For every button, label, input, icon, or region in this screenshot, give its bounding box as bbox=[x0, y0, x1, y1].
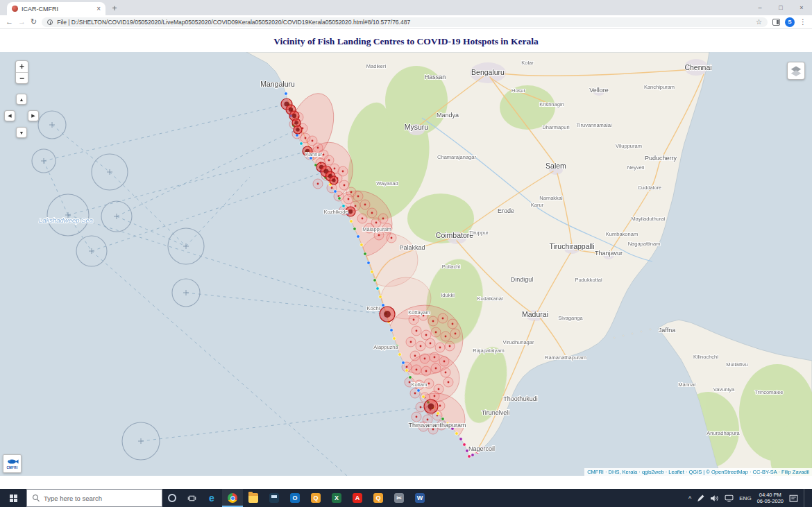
landing-centre-marker[interactable] bbox=[417, 389, 421, 393]
pan-right-button[interactable]: ▶ bbox=[28, 110, 39, 121]
landing-centre-marker[interactable] bbox=[455, 432, 459, 436]
landing-centre-marker[interactable] bbox=[357, 235, 360, 239]
layers-control[interactable] bbox=[787, 62, 805, 80]
maximize-icon[interactable]: □ bbox=[770, 0, 791, 15]
taskbar-app-excel[interactable]: X bbox=[326, 489, 347, 507]
hotspot-buffer-dot bbox=[364, 204, 366, 206]
bookmark-star-icon[interactable]: ☆ bbox=[756, 18, 762, 26]
landing-centre-marker[interactable] bbox=[393, 337, 396, 341]
taskbar-app-qgis[interactable]: Q bbox=[305, 489, 326, 507]
hotspot-buffer-dot bbox=[344, 184, 346, 187]
pan-down-button[interactable]: ▼ bbox=[16, 127, 27, 138]
map-label: Tiruppur bbox=[469, 230, 489, 236]
show-desktop-button[interactable] bbox=[804, 489, 806, 507]
cortana-button[interactable] bbox=[162, 489, 182, 507]
landing-centre-marker[interactable] bbox=[402, 361, 405, 365]
landing-centre-marker[interactable] bbox=[338, 197, 341, 200]
landing-centre-marker[interactable] bbox=[463, 443, 466, 447]
zoom-in-button[interactable]: + bbox=[16, 61, 28, 72]
landing-centre-marker[interactable] bbox=[405, 369, 409, 372]
pan-left-button[interactable]: ◀ bbox=[4, 110, 15, 121]
window-controls: – □ × bbox=[750, 0, 812, 15]
hotspot-buffer-dot bbox=[371, 212, 373, 214]
network-icon[interactable] bbox=[725, 495, 734, 502]
taskbar-app-snipping-tool[interactable]: ✂ bbox=[389, 489, 409, 507]
map-label: Nagapattinam bbox=[628, 241, 661, 247]
taskbar-app-qgis-2[interactable]: Q bbox=[368, 489, 389, 507]
taskbar-app-file-explorer[interactable] bbox=[243, 489, 264, 507]
new-tab-button[interactable]: + bbox=[108, 2, 121, 15]
url-omnibox[interactable]: File | D:/SHELTON/COVID19/05052020/LiveM… bbox=[42, 17, 768, 27]
landing-centre-marker[interactable] bbox=[376, 287, 380, 291]
landing-centre-marker[interactable] bbox=[350, 220, 353, 223]
volume-icon[interactable] bbox=[710, 495, 719, 502]
landing-centre-marker[interactable] bbox=[441, 418, 445, 421]
covid-hotspot-core bbox=[428, 404, 434, 410]
taskbar-app-chrome[interactable] bbox=[222, 489, 243, 507]
tab-close-icon[interactable]: × bbox=[96, 5, 101, 12]
landing-centre-marker[interactable] bbox=[285, 92, 288, 96]
map-label: Krishnagiri bbox=[539, 101, 564, 108]
landing-centre-marker[interactable] bbox=[471, 454, 475, 457]
page-info-icon[interactable] bbox=[47, 19, 53, 25]
profile-avatar[interactable]: S bbox=[785, 17, 795, 27]
side-panel-icon[interactable] bbox=[772, 19, 780, 26]
back-icon[interactable]: ← bbox=[6, 18, 13, 26]
browser-tab[interactable]: ICAR-CMFRI × bbox=[7, 2, 105, 15]
landing-centre-marker[interactable] bbox=[459, 438, 463, 441]
landing-centre-marker[interactable] bbox=[382, 304, 385, 307]
taskbar-app-edge[interactable]: e bbox=[201, 489, 222, 507]
map-label: Ramanathapuram bbox=[545, 354, 586, 361]
file-explorer-icon bbox=[248, 493, 258, 503]
landing-centre-marker[interactable] bbox=[468, 455, 471, 458]
url-text[interactable]: File | D:/SHELTON/COVID19/05052020/LiveM… bbox=[57, 19, 752, 26]
leaflet-map[interactable]: MangaluruBengaluruMysuruSalemCoimbatoreT… bbox=[0, 52, 812, 476]
task-view-button[interactable] bbox=[182, 489, 201, 507]
refresh-icon[interactable]: ↻ bbox=[31, 18, 37, 26]
hotspot-buffer-dot bbox=[428, 383, 430, 385]
taskbar-app-acrobat[interactable]: A bbox=[347, 489, 368, 507]
map-label: Mannar bbox=[678, 381, 696, 388]
landing-centre-marker[interactable] bbox=[367, 261, 371, 265]
hidden-icons-chevron[interactable]: ^ bbox=[688, 495, 691, 502]
taskbar-app-calculator[interactable] bbox=[264, 489, 285, 507]
language-indicator[interactable]: ENG bbox=[739, 495, 751, 501]
chrome-icon bbox=[228, 493, 237, 503]
landing-centre-marker[interactable] bbox=[342, 205, 346, 208]
landing-centre-marker[interactable] bbox=[364, 252, 367, 256]
landing-centre-marker[interactable] bbox=[398, 353, 402, 356]
landing-centre-marker[interactable] bbox=[353, 227, 357, 231]
pen-icon[interactable] bbox=[697, 495, 704, 502]
zoom-out-button[interactable]: − bbox=[16, 72, 28, 83]
minimize-icon[interactable]: – bbox=[750, 0, 770, 15]
map-attribution[interactable]: CMFRI · DHS, Kerala · qgis2web · Leaflet… bbox=[584, 468, 812, 476]
landing-centre-marker[interactable] bbox=[373, 279, 377, 282]
hotspot-buffer-dot bbox=[305, 137, 307, 139]
cmfri-logo-control[interactable]: CMFRI bbox=[3, 454, 22, 473]
clock-time: 04:40 PM bbox=[757, 492, 784, 498]
pan-up-button[interactable]: ▲ bbox=[16, 94, 27, 105]
map-label: Palakkad bbox=[399, 244, 425, 251]
hotspot-buffer-dot bbox=[424, 358, 426, 360]
action-center-icon[interactable] bbox=[789, 495, 798, 502]
landing-centre-marker[interactable] bbox=[390, 329, 394, 332]
hotspot-buffer-dot bbox=[427, 419, 429, 421]
taskbar-search-input[interactable]: Type here to search bbox=[26, 489, 162, 507]
browser-menu-icon[interactable]: ⋮ bbox=[800, 18, 806, 26]
map-label: Kozhikode bbox=[323, 209, 348, 215]
close-icon[interactable]: × bbox=[791, 0, 812, 15]
hotspot-buffer-dot bbox=[410, 341, 412, 343]
landing-centre-marker[interactable] bbox=[300, 142, 303, 146]
taskbar-app-outlook[interactable]: O bbox=[285, 489, 305, 507]
landing-centre-marker[interactable] bbox=[334, 190, 337, 194]
landing-centre-marker[interactable] bbox=[360, 243, 364, 247]
taskbar-clock[interactable]: 04:40 PM 06-05-2020 bbox=[757, 492, 784, 504]
start-button[interactable] bbox=[0, 489, 26, 507]
landing-centre-marker[interactable] bbox=[409, 376, 412, 379]
taskbar-app-word[interactable]: W bbox=[409, 489, 430, 507]
landing-centre-marker[interactable] bbox=[379, 295, 382, 299]
landing-centre-marker[interactable] bbox=[422, 395, 425, 399]
landing-centre-marker[interactable] bbox=[371, 270, 374, 274]
forward-icon[interactable]: → bbox=[18, 18, 26, 26]
landing-centre-marker[interactable] bbox=[437, 412, 440, 415]
